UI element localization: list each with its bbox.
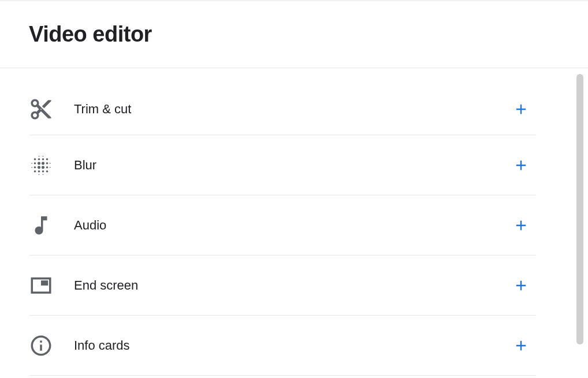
editor-row-audio[interactable]: Audio [29,195,536,255]
add-info-cards-button[interactable] [509,334,533,357]
blur-icon [29,153,53,177]
header: Video editor [0,1,588,68]
info-icon [29,333,53,358]
plus-icon [513,101,529,117]
end-screen-icon [29,273,53,298]
editor-row-blur[interactable]: Blur [29,135,536,195]
editor-row-label: Info cards [74,338,509,353]
plus-icon [513,217,529,234]
add-blur-button[interactable] [509,154,533,177]
editor-row-label: Audio [74,218,509,233]
add-audio-button[interactable] [509,214,533,237]
editor-row-label: End screen [74,278,509,293]
editor-row-info-cards[interactable]: Info cards [29,316,536,376]
plus-icon [513,338,529,354]
add-trim-cut-button[interactable] [509,98,533,121]
editor-row-end-screen[interactable]: End screen [29,255,536,316]
content-area: Trim & cut Blur [0,68,588,378]
scrollbar-thumb[interactable] [576,74,583,344]
plus-icon [513,277,529,294]
editor-row-label: Trim & cut [74,102,509,117]
add-end-screen-button[interactable] [509,274,533,297]
svg-rect-0 [41,280,48,286]
editor-row-trim-cut[interactable]: Trim & cut [29,83,536,135]
page-title: Video editor [29,22,588,47]
scissors-icon [29,97,53,121]
editor-row-label: Blur [74,158,509,173]
editor-list: Trim & cut Blur [29,83,536,376]
plus-icon [513,157,529,173]
music-note-icon [29,213,53,238]
